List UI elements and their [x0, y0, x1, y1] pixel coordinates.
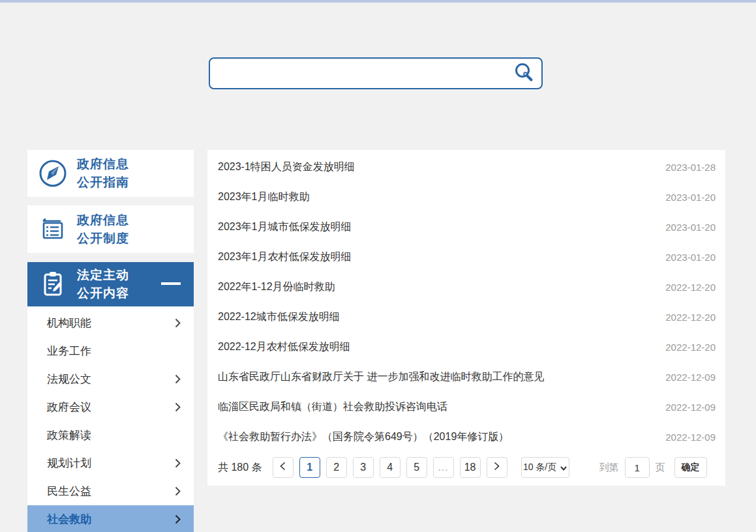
article-date: 2022-12-20 — [665, 342, 716, 353]
article-title[interactable]: 2022-12城市低保发放明细 — [218, 310, 340, 324]
sidebar-item-shehuijiuzhu[interactable]: 社会救助 — [27, 505, 194, 532]
article-date: 2022-12-20 — [665, 312, 716, 323]
chevron-right-icon — [175, 402, 181, 412]
chevron-right-icon — [175, 374, 181, 384]
submenu-label: 民生公益 — [47, 484, 91, 499]
page-size-value: 10 条/页 — [523, 462, 556, 473]
content-panel: 2023-1特困人员资金发放明细2023-01-28 2023年1月临时救助20… — [207, 150, 725, 486]
caret-down-icon — [560, 462, 567, 473]
list-item[interactable]: 2023年1月城市低保发放明细2023-01-20 — [207, 212, 725, 242]
list-item[interactable]: 《社会救助暂行办法》（国务院令第649号）（2019年修订版）2022-12-0… — [207, 422, 725, 452]
goto-suffix-label: 页 — [656, 462, 665, 474]
article-date: 2023-01-20 — [665, 252, 716, 263]
list-item[interactable]: 山东省民政厅山东省财政厅关于 进一步加强和改进临时救助工作的意见2022-12-… — [207, 362, 725, 392]
prev-page-button[interactable] — [273, 457, 294, 478]
sidebar-item-zhengfuhuiyi[interactable]: 政府会议 — [27, 393, 194, 421]
list-item[interactable]: 2023-1特困人员资金发放明细2023-01-28 — [207, 152, 725, 182]
sidebar-item-minshenggongyi[interactable]: 民生公益 — [27, 477, 194, 505]
goto-page-group: 到第 页 确定 — [599, 457, 707, 478]
submenu-label: 法规公文 — [47, 372, 91, 387]
list-item[interactable]: 2022年1-12月份临时救助2022-12-20 — [207, 272, 725, 302]
article-title[interactable]: 2023年1月城市低保发放明细 — [218, 220, 352, 234]
search-bar — [209, 57, 543, 89]
article-date: 2022-12-20 — [665, 282, 716, 293]
chevron-right-icon — [175, 514, 181, 524]
article-title[interactable]: 2023-1特困人员资金发放明细 — [218, 160, 355, 174]
list-item[interactable]: 2022-12城市低保发放明细2022-12-20 — [207, 302, 725, 332]
sidebar-submenu: 机构职能 业务工作 法规公文 政府会议 政策解读 规划计划 民生公益 社会救助 — [27, 306, 194, 532]
collapse-minus-icon[interactable] — [161, 282, 181, 285]
chevron-right-icon — [175, 458, 181, 468]
submenu-label: 政策解读 — [47, 428, 91, 443]
sidebar-item-zhengcejiedu[interactable]: 政策解读 — [27, 421, 194, 449]
article-date: 2022-12-09 — [665, 372, 716, 383]
article-title[interactable]: 山东省民政厅山东省财政厅关于 进一步加强和改进临时救助工作的意见 — [218, 370, 544, 384]
list-item[interactable]: 临淄区民政局和镇（街道）社会救助投诉咨询电话2022-12-09 — [207, 392, 725, 422]
list-item[interactable]: 2023年1月农村低保发放明细2023-01-20 — [207, 242, 725, 272]
page-button-2[interactable]: 2 — [326, 457, 347, 478]
search-input[interactable] — [210, 59, 506, 88]
goto-prefix-label: 到第 — [599, 462, 619, 474]
chevron-right-icon — [494, 462, 500, 473]
submenu-label: 机构职能 — [47, 316, 91, 331]
article-date: 2023-01-20 — [665, 192, 716, 203]
sidebar: 政府信息 公开指南 政府信息 公开制度 — [27, 150, 194, 532]
next-page-button[interactable] — [487, 457, 507, 478]
article-title[interactable]: 2022年1-12月份临时救助 — [218, 280, 335, 294]
article-title[interactable]: 2022-12月农村低保发放明细 — [218, 340, 350, 354]
pagination: 共 180 条 1 2 3 4 5 ... 18 10 条/页 到第 页 确定 — [207, 457, 725, 478]
list-item[interactable]: 2022-12月农村低保发放明细2022-12-20 — [207, 332, 725, 362]
total-count: 共 180 条 — [218, 461, 262, 475]
chevron-right-icon — [175, 318, 181, 328]
submenu-label: 社会救助 — [47, 512, 91, 527]
chevron-right-icon — [175, 486, 181, 496]
list-item[interactable]: 2023年1月临时救助2023-01-20 — [207, 182, 725, 212]
goto-page-input[interactable] — [625, 457, 650, 478]
clipboard-pen-icon — [37, 269, 68, 300]
sidebar-section-statutory-disclosure[interactable]: 法定主动 公开内容 — [27, 262, 194, 306]
article-title[interactable]: 《社会救助暂行办法》（国务院令第649号）（2019年修订版） — [218, 430, 509, 444]
sidebar-item-yewugongzuo[interactable]: 业务工作 — [27, 337, 194, 365]
article-title[interactable]: 临淄区民政局和镇（街道）社会救助投诉咨询电话 — [218, 400, 447, 414]
sidebar-item-faguigongwen[interactable]: 法规公文 — [27, 365, 194, 393]
chevron-left-icon — [280, 462, 286, 473]
article-date: 2022-12-09 — [665, 402, 716, 413]
sidebar-section-label: 政府信息 公开制度 — [77, 211, 129, 248]
article-date: 2022-12-09 — [665, 432, 716, 443]
confirm-button[interactable]: 确定 — [674, 457, 707, 478]
article-date: 2023-01-28 — [665, 162, 716, 173]
search-button[interactable] — [506, 59, 541, 88]
submenu-label: 政府会议 — [47, 400, 91, 415]
sidebar-section-gov-info-system[interactable]: 政府信息 公开制度 — [27, 205, 194, 253]
compass-icon — [37, 158, 68, 189]
page-ellipsis-button[interactable]: ... — [433, 457, 454, 478]
sidebar-item-jigouzhineng[interactable]: 机构职能 — [27, 309, 194, 337]
sidebar-section-label: 法定主动 公开内容 — [77, 266, 129, 303]
search-icon — [513, 62, 534, 85]
sidebar-section-label: 政府信息 公开指南 — [77, 155, 129, 192]
page-button-18[interactable]: 18 — [460, 457, 481, 478]
page-button-4[interactable]: 4 — [380, 457, 401, 478]
article-title[interactable]: 2023年1月农村低保发放明细 — [218, 250, 352, 264]
page-button-5[interactable]: 5 — [406, 457, 427, 478]
page-button-1[interactable]: 1 — [299, 457, 320, 478]
page-button-3[interactable]: 3 — [353, 457, 374, 478]
top-accent-bar — [0, 0, 756, 3]
article-date: 2023-01-20 — [665, 222, 716, 233]
article-title[interactable]: 2023年1月临时救助 — [218, 190, 310, 204]
sidebar-section-gov-info-guide[interactable]: 政府信息 公开指南 — [27, 150, 194, 197]
article-list: 2023-1特困人员资金发放明细2023-01-28 2023年1月临时救助20… — [207, 150, 725, 452]
submenu-label: 规划计划 — [47, 456, 91, 471]
submenu-label: 业务工作 — [47, 344, 91, 359]
sidebar-item-guihuajihua[interactable]: 规划计划 — [27, 449, 194, 477]
page-size-select[interactable]: 10 条/页 — [521, 457, 569, 478]
ledger-icon — [37, 214, 68, 245]
